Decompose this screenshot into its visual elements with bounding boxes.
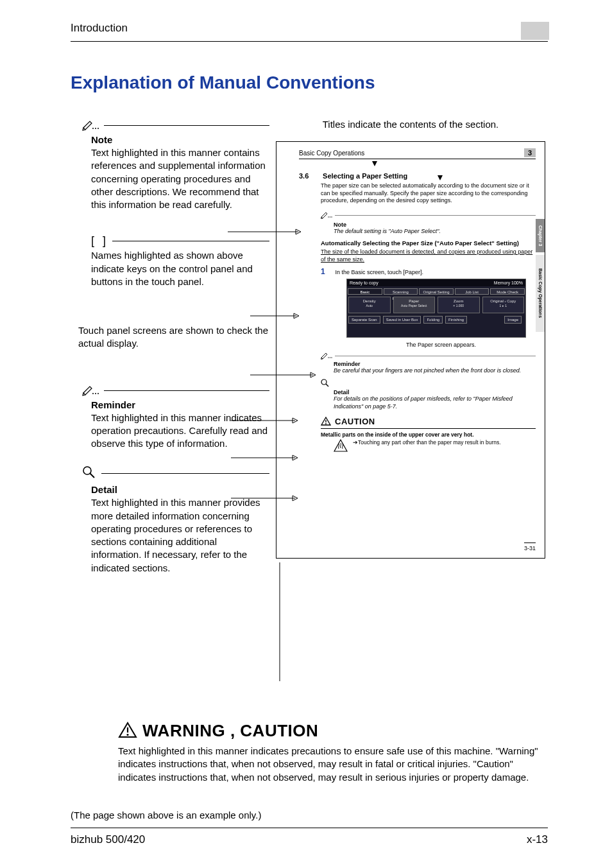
panel-tab: Mode Check: [490, 288, 525, 295]
touch-panel-screenshot: Ready to copy Memory 100% Basic Scanning…: [346, 279, 526, 338]
warning-triangle-icon: [118, 722, 137, 740]
hot-surface-icon: [334, 439, 348, 453]
page-title: Explanation of Manual Conventions: [71, 73, 548, 93]
sample-page-number: 3-31: [524, 542, 536, 551]
step-text: In the Basic screen, touch [Paper].: [336, 269, 424, 275]
sample-after-panel: The Paper screen appears.: [346, 342, 536, 348]
svg-line-7: [90, 473, 94, 478]
note-heading: Note: [91, 134, 269, 145]
svg-point-2: [98, 128, 99, 129]
panel-title-left: Ready to copy: [350, 281, 378, 285]
sample-subsection-body: The size of the loaded document is detec…: [321, 248, 536, 263]
detail-body: Text highlighted in this manner provides…: [91, 496, 269, 575]
sample-section-body: The paper size can be selected automatic…: [321, 182, 536, 205]
reminder-pencil-icon: [321, 352, 332, 361]
panel-cell: Zoom× 1.000: [438, 297, 480, 313]
svg-point-0: [92, 128, 94, 129]
svg-point-11: [330, 216, 330, 217]
touchpanel-body: Touch panel screens are shown to check t…: [78, 324, 269, 351]
sample-detail-heading: Detail: [334, 389, 536, 395]
connector-arrow-icon: [250, 372, 318, 378]
warning-body: Text highlighted in this manner indicate…: [118, 745, 548, 784]
connector-arrow-icon: [231, 417, 302, 424]
svg-point-29: [126, 734, 128, 736]
panel-tab: Original Setting: [419, 288, 454, 295]
panel-tab: Basic: [348, 288, 382, 295]
sample-caution-body: Metallic parts on the inside of the uppe…: [321, 431, 536, 438]
panel-title-right: Memory 100%: [494, 281, 523, 285]
svg-point-20: [325, 423, 327, 424]
svg-point-16: [331, 358, 332, 358]
panel-button: Saved in User Box: [383, 316, 421, 324]
note-pencil-icon: [321, 211, 332, 220]
footer-model: bizhub 500/420: [71, 833, 145, 846]
svg-point-10: [328, 216, 328, 217]
sample-section-title: Selecting a Paper Setting: [323, 172, 407, 180]
sample-page: Basic Copy Operations 3 3.6 Selecting a …: [276, 141, 545, 559]
sample-sidebar-chapter: Chapter 3: [536, 219, 545, 252]
svg-point-12: [331, 216, 332, 217]
sample-caution-arrow-text: ➔Touching any part other than the paper …: [353, 439, 501, 453]
step-number: 1: [321, 267, 334, 276]
caution-triangle-icon: [321, 417, 331, 427]
example-note: (The page shown above is an example only…: [71, 810, 548, 820]
titles-caption: Titles indicate the contents of the sect…: [276, 119, 545, 130]
reminder-pencil-icon: [82, 384, 100, 397]
sample-subsection-heading: Automatically Selecting the Paper Size (…: [321, 239, 536, 247]
sample-note-body: The default setting is "Auto Paper Selec…: [334, 228, 536, 234]
sample-sidebar-section: Basic Copy Operations: [536, 255, 545, 332]
connector-arrow-icon: [250, 313, 302, 319]
warning-label: WARNING , CAUTION: [142, 721, 318, 741]
panel-cell: Original › Copy1 ▸ 1: [482, 297, 525, 313]
panel-tab: Scanning Functions: [384, 288, 418, 295]
connector-arrow-icon: [231, 495, 302, 501]
sample-reminder-body: Be careful that your fingers are not pin…: [334, 367, 536, 374]
detail-heading: Detail: [91, 484, 269, 495]
sample-caution-label: CAUTION: [335, 417, 375, 426]
sample-detail-body: For details on the positions of paper mi…: [334, 395, 536, 410]
sample-note-heading: Note: [334, 221, 536, 228]
panel-button: Separate Scan: [348, 316, 380, 324]
panel-cell: DensityAuto: [348, 297, 391, 313]
sample-running-head: Basic Copy Operations: [299, 150, 364, 157]
sample-chapter-number: 3: [524, 148, 536, 157]
svg-line-18: [326, 384, 328, 386]
svg-point-17: [321, 379, 327, 385]
panel-cell: PaperAuto Paper Select: [393, 297, 436, 313]
reminder-heading: Reminder: [91, 399, 269, 410]
panel-tab: Job List: [455, 288, 489, 295]
svg-point-14: [328, 358, 328, 358]
svg-point-5: [98, 393, 99, 394]
panel-button: Image: [504, 316, 522, 324]
footer-pagenum: x-13: [527, 833, 548, 846]
connector-arrow-icon: [231, 455, 302, 461]
panel-button: Folding: [423, 316, 443, 324]
sample-reminder-heading: Reminder: [334, 361, 536, 367]
page-margin-tab: [521, 22, 549, 40]
note-pencil-icon: [82, 119, 100, 132]
running-head: Introduction: [71, 22, 548, 42]
svg-point-1: [95, 128, 96, 129]
brackets-body: Names highlighted as shown above indicat…: [91, 249, 269, 288]
detail-magnifier-icon: [82, 465, 96, 482]
svg-point-4: [95, 393, 96, 394]
svg-point-3: [92, 393, 94, 394]
brackets-symbol: [ ]: [91, 234, 108, 248]
connector-line: [279, 562, 280, 681]
connector-arrow-icon: [228, 156, 305, 233]
detail-magnifier-icon: [321, 379, 330, 389]
panel-button: Finishing: [445, 316, 467, 324]
svg-point-15: [330, 358, 330, 358]
